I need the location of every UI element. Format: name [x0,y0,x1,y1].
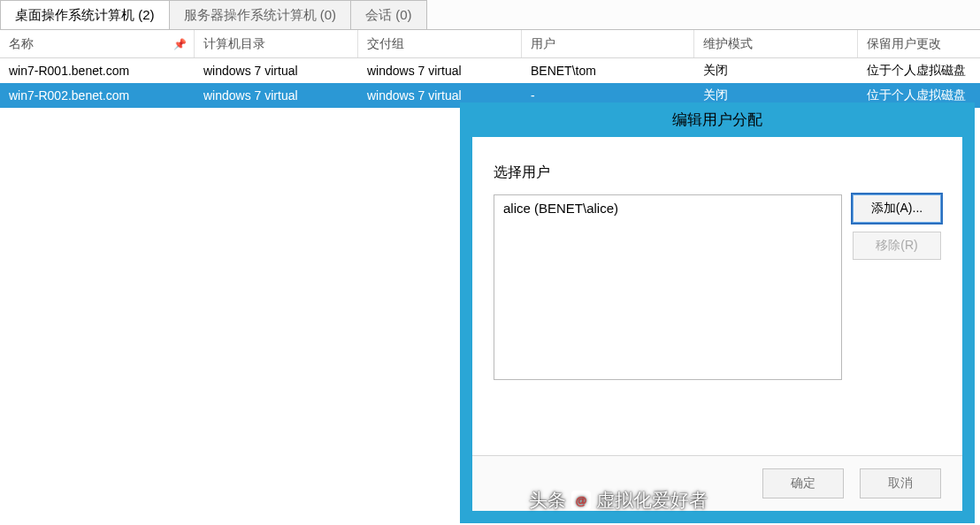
cell-folder: windows 7 virtual [195,85,358,106]
table-body: win7-R001.benet.com windows 7 virtual wi… [0,58,980,108]
dialog-footer: 确定 取消 [472,455,962,511]
col-header-folder[interactable]: 计算机目录 [195,30,358,57]
dialog-body: 选择用户 alice (BENET\alice) 添加(A)... 移除(R) [472,137,962,455]
table-header: 名称 📌 计算机目录 交付组 用户 维护模式 保留用户更改 [0,30,980,58]
select-user-label: 选择用户 [494,164,941,182]
edit-user-dialog: 编辑用户分配 选择用户 alice (BENET\alice) 添加(A)...… [460,103,975,523]
table-row[interactable]: win7-R001.benet.com windows 7 virtual wi… [0,58,980,83]
cell-folder: windows 7 virtual [195,60,358,81]
col-header-delivery[interactable]: 交付组 [358,30,522,57]
ok-button[interactable]: 确定 [762,468,844,498]
col-header-name[interactable]: 名称 📌 [0,30,195,57]
user-listbox[interactable]: alice (BENET\alice) [494,194,842,380]
pin-icon: 📌 [173,38,187,50]
tab-bar: 桌面操作系统计算机 (2) 服务器操作系统计算机 (0) 会话 (0) [0,0,980,30]
list-item[interactable]: alice (BENET\alice) [503,201,832,216]
col-header-user[interactable]: 用户 [522,30,694,57]
cell-delivery: windows 7 virtual [358,60,522,81]
cancel-button[interactable]: 取消 [860,468,941,498]
tab-desktop-os[interactable]: 桌面操作系统计算机 (2) [0,0,170,29]
tab-server-os[interactable]: 服务器操作系统计算机 (0) [169,0,352,29]
cell-name: win7-R001.benet.com [0,60,195,81]
add-button[interactable]: 添加(A)... [853,194,941,223]
dialog-title: 编辑用户分配 [460,103,975,137]
cell-mode: 关闭 [694,59,858,82]
cell-name: win7-R002.benet.com [0,85,195,106]
cell-user: BENET\tom [522,60,694,81]
cell-keep: 位于个人虚拟磁盘 [858,59,980,82]
remove-button: 移除(R) [853,232,941,260]
side-buttons: 添加(A)... 移除(R) [853,194,941,380]
col-header-mode[interactable]: 维护模式 [694,30,858,57]
tab-sessions[interactable]: 会话 (0) [350,0,427,29]
col-header-keep[interactable]: 保留用户更改 [858,30,980,57]
